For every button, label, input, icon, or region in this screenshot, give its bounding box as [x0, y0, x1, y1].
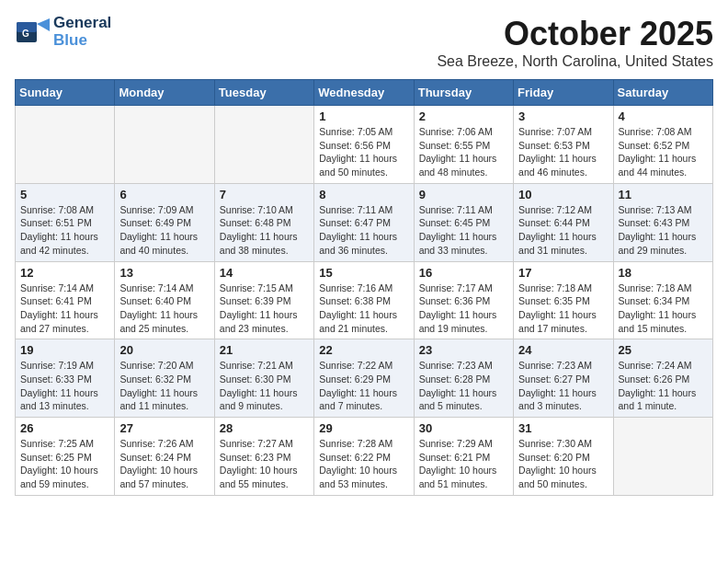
day-info: Sunrise: 7:23 AMSunset: 6:27 PMDaylight:…: [518, 359, 608, 413]
day-number: 9: [419, 188, 508, 201]
day-info: Sunrise: 7:11 AMSunset: 6:45 PMDaylight:…: [419, 203, 508, 258]
day-info: Sunrise: 7:18 AMSunset: 6:34 PMDaylight:…: [619, 282, 708, 336]
calendar-week-row: 26Sunrise: 7:25 AMSunset: 6:25 PMDayligh…: [16, 418, 713, 496]
day-info: Sunrise: 7:19 AMSunset: 6:33 PMDaylight:…: [20, 359, 109, 413]
calendar-day-cell: 15Sunrise: 7:16 AMSunset: 6:38 PMDayligh…: [314, 261, 414, 339]
calendar-day-cell: [613, 418, 712, 496]
day-number: 15: [319, 266, 408, 280]
day-info: Sunrise: 7:28 AMSunset: 6:22 PMDaylight:…: [319, 437, 408, 491]
day-number: 20: [119, 343, 209, 357]
calendar-day-cell: [115, 106, 214, 184]
day-info: Sunrise: 7:10 AMSunset: 6:48 PMDaylight:…: [220, 203, 309, 258]
day-number: 31: [518, 421, 608, 435]
day-number: 18: [619, 266, 708, 280]
day-number: 24: [518, 343, 608, 357]
day-info: Sunrise: 7:23 AMSunset: 6:28 PMDaylight:…: [419, 359, 508, 413]
day-number: 21: [220, 343, 309, 357]
day-number: 26: [20, 421, 109, 435]
calendar-table: SundayMondayTuesdayWednesdayThursdayFrid…: [15, 79, 713, 496]
day-number: 25: [619, 343, 708, 357]
day-info: Sunrise: 7:24 AMSunset: 6:26 PMDaylight:…: [619, 359, 708, 413]
day-number: 14: [220, 266, 309, 280]
calendar-day-cell: [16, 106, 115, 184]
calendar-day-cell: 7Sunrise: 7:10 AMSunset: 6:48 PMDaylight…: [214, 183, 313, 261]
calendar-day-cell: 31Sunrise: 7:30 AMSunset: 6:20 PMDayligh…: [514, 418, 613, 496]
day-info: Sunrise: 7:08 AMSunset: 6:51 PMDaylight:…: [20, 203, 109, 258]
day-number: 23: [419, 343, 508, 357]
calendar-day-cell: 10Sunrise: 7:12 AMSunset: 6:44 PMDayligh…: [514, 183, 613, 261]
weekday-header: Thursday: [414, 80, 513, 106]
day-number: 7: [220, 188, 309, 201]
calendar-day-cell: 17Sunrise: 7:18 AMSunset: 6:35 PMDayligh…: [514, 261, 613, 339]
day-number: 10: [518, 188, 608, 201]
calendar-day-cell: 2Sunrise: 7:06 AMSunset: 6:55 PMDaylight…: [414, 106, 513, 184]
weekday-header: Monday: [115, 80, 214, 106]
calendar-day-cell: 21Sunrise: 7:21 AMSunset: 6:30 PMDayligh…: [214, 339, 313, 418]
calendar-day-cell: 27Sunrise: 7:26 AMSunset: 6:24 PMDayligh…: [115, 418, 214, 496]
calendar-day-cell: 24Sunrise: 7:23 AMSunset: 6:27 PMDayligh…: [514, 339, 613, 418]
calendar-day-cell: 9Sunrise: 7:11 AMSunset: 6:45 PMDaylight…: [414, 183, 513, 261]
calendar-day-cell: 12Sunrise: 7:14 AMSunset: 6:41 PMDayligh…: [16, 261, 115, 339]
day-number: 28: [220, 421, 309, 435]
day-info: Sunrise: 7:13 AMSunset: 6:43 PMDaylight:…: [619, 203, 708, 258]
day-number: 11: [619, 188, 708, 201]
day-number: 22: [319, 343, 408, 357]
day-number: 27: [119, 421, 209, 435]
calendar-day-cell: 25Sunrise: 7:24 AMSunset: 6:26 PMDayligh…: [613, 339, 712, 418]
month-title: October 2025: [437, 15, 713, 53]
day-info: Sunrise: 7:27 AMSunset: 6:23 PMDaylight:…: [220, 437, 309, 491]
calendar-day-cell: 5Sunrise: 7:08 AMSunset: 6:51 PMDaylight…: [16, 183, 115, 261]
calendar-day-cell: 20Sunrise: 7:20 AMSunset: 6:32 PMDayligh…: [115, 339, 214, 418]
day-info: Sunrise: 7:11 AMSunset: 6:47 PMDaylight:…: [319, 203, 408, 258]
calendar-day-cell: 13Sunrise: 7:14 AMSunset: 6:40 PMDayligh…: [115, 261, 214, 339]
day-number: 5: [20, 188, 109, 201]
weekday-header: Sunday: [16, 80, 115, 106]
calendar-day-cell: 11Sunrise: 7:13 AMSunset: 6:43 PMDayligh…: [613, 183, 712, 261]
day-info: Sunrise: 7:29 AMSunset: 6:21 PMDaylight:…: [419, 437, 508, 491]
day-info: Sunrise: 7:17 AMSunset: 6:36 PMDaylight:…: [419, 282, 508, 336]
day-number: 8: [319, 188, 408, 201]
day-info: Sunrise: 7:14 AMSunset: 6:41 PMDaylight:…: [20, 282, 109, 336]
day-number: 2: [419, 109, 508, 123]
day-info: Sunrise: 7:16 AMSunset: 6:38 PMDaylight:…: [319, 282, 408, 336]
day-info: Sunrise: 7:12 AMSunset: 6:44 PMDaylight:…: [518, 203, 608, 258]
day-info: Sunrise: 7:18 AMSunset: 6:35 PMDaylight:…: [518, 282, 608, 336]
calendar-day-cell: 22Sunrise: 7:22 AMSunset: 6:29 PMDayligh…: [314, 339, 414, 418]
calendar-day-cell: 3Sunrise: 7:07 AMSunset: 6:53 PMDaylight…: [514, 106, 613, 184]
day-info: Sunrise: 7:05 AMSunset: 6:56 PMDaylight:…: [319, 125, 408, 179]
calendar-day-cell: 16Sunrise: 7:17 AMSunset: 6:36 PMDayligh…: [414, 261, 513, 339]
day-number: 30: [419, 421, 508, 435]
weekday-header: Wednesday: [314, 80, 414, 106]
calendar-day-cell: 4Sunrise: 7:08 AMSunset: 6:52 PMDaylight…: [613, 106, 712, 184]
day-number: 16: [419, 266, 508, 280]
day-number: 13: [119, 266, 209, 280]
calendar-day-cell: 29Sunrise: 7:28 AMSunset: 6:22 PMDayligh…: [314, 418, 414, 496]
calendar-day-cell: 6Sunrise: 7:09 AMSunset: 6:49 PMDaylight…: [115, 183, 214, 261]
calendar-week-row: 12Sunrise: 7:14 AMSunset: 6:41 PMDayligh…: [16, 261, 713, 339]
day-info: Sunrise: 7:07 AMSunset: 6:53 PMDaylight:…: [518, 125, 608, 179]
day-number: 3: [518, 109, 608, 123]
day-number: 4: [619, 109, 708, 123]
day-info: Sunrise: 7:22 AMSunset: 6:29 PMDaylight:…: [319, 359, 408, 413]
day-number: 6: [119, 188, 209, 201]
calendar-week-row: 5Sunrise: 7:08 AMSunset: 6:51 PMDaylight…: [16, 183, 713, 261]
svg-text:G: G: [22, 29, 29, 39]
day-number: 17: [518, 266, 608, 280]
day-info: Sunrise: 7:14 AMSunset: 6:40 PMDaylight:…: [119, 282, 209, 336]
title-block: October 2025 Sea Breeze, North Carolina,…: [437, 15, 713, 70]
day-info: Sunrise: 7:25 AMSunset: 6:25 PMDaylight:…: [20, 437, 109, 491]
calendar-day-cell: 1Sunrise: 7:05 AMSunset: 6:56 PMDaylight…: [314, 106, 414, 184]
calendar-header-row: SundayMondayTuesdayWednesdayThursdayFrid…: [16, 80, 713, 106]
calendar-day-cell: 23Sunrise: 7:23 AMSunset: 6:28 PMDayligh…: [414, 339, 513, 418]
weekday-header: Tuesday: [214, 80, 313, 106]
day-info: Sunrise: 7:21 AMSunset: 6:30 PMDaylight:…: [220, 359, 309, 413]
page-header: G General Blue October 2025 Sea Breeze, …: [15, 15, 713, 70]
logo: G General Blue: [15, 15, 111, 50]
calendar-day-cell: 19Sunrise: 7:19 AMSunset: 6:33 PMDayligh…: [16, 339, 115, 418]
day-info: Sunrise: 7:20 AMSunset: 6:32 PMDaylight:…: [119, 359, 209, 413]
svg-marker-3: [37, 18, 50, 31]
logo-icon: G: [15, 15, 50, 50]
day-number: 1: [319, 109, 408, 123]
weekday-header: Saturday: [613, 80, 712, 106]
calendar-day-cell: 26Sunrise: 7:25 AMSunset: 6:25 PMDayligh…: [16, 418, 115, 496]
